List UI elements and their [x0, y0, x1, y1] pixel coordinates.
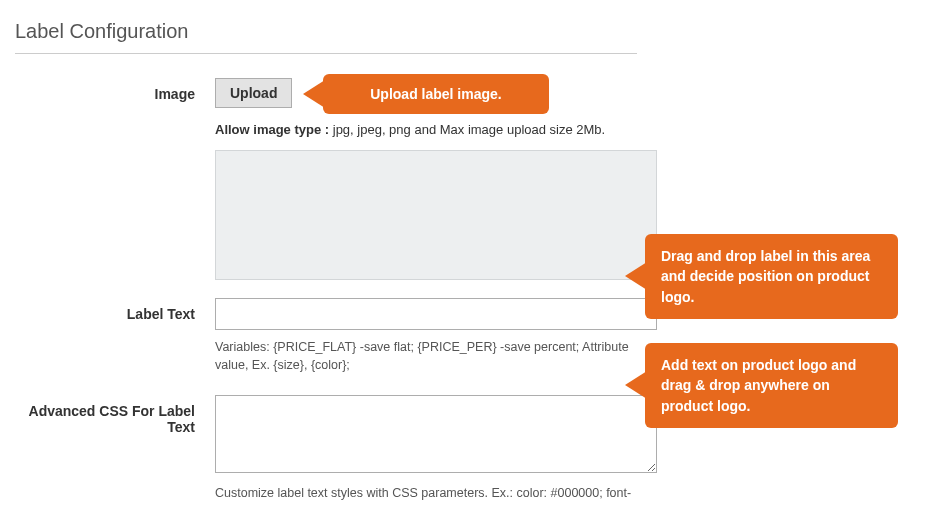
form-container: Image Upload Allow image type : jpg, jpe… — [15, 78, 925, 506]
image-hint-prefix: Allow image type : — [215, 122, 333, 137]
advanced-css-hint: Customize label text styles with CSS par… — [215, 484, 657, 506]
callout-upload: Upload label image. — [323, 74, 549, 114]
upload-button[interactable]: Upload — [215, 78, 292, 108]
callout-drop: Drag and drop label in this area and dec… — [645, 234, 898, 319]
label-text-label: Label Text — [15, 298, 215, 322]
advanced-css-label: Advanced CSS For Label Text — [15, 395, 215, 435]
label-text-input[interactable] — [215, 298, 657, 330]
image-hint-value: jpg, jpeg, png and Max image upload size… — [333, 122, 605, 137]
image-hint: Allow image type : jpg, jpeg, png and Ma… — [215, 120, 657, 140]
advanced-css-textarea[interactable] — [215, 395, 657, 473]
image-label: Image — [15, 78, 215, 102]
callout-text: Add text on product logo and drag & drop… — [645, 343, 898, 428]
section-title: Label Configuration — [15, 20, 637, 54]
label-text-hint: Variables: {PRICE_FLAT} -save flat; {PRI… — [215, 338, 657, 376]
image-drop-area[interactable] — [215, 150, 657, 280]
